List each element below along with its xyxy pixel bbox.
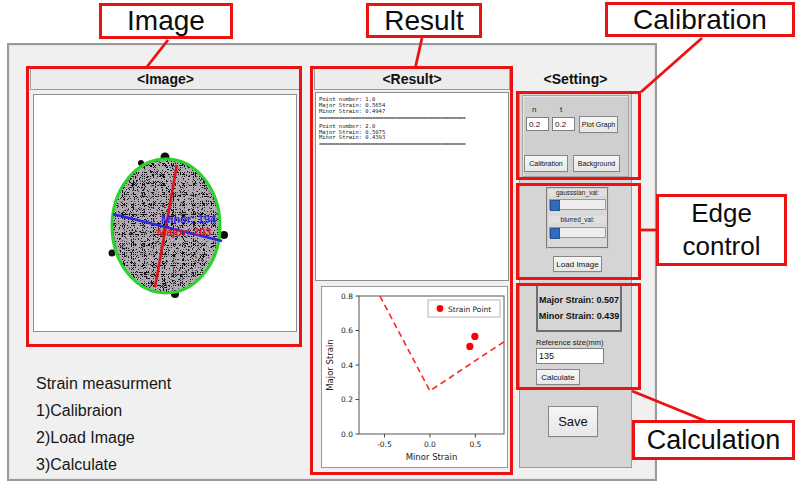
svg-text:0.5: 0.5 (469, 440, 481, 449)
svg-text:0.4: 0.4 (341, 361, 353, 370)
instruction-line: 1)Calibraion (36, 397, 266, 424)
result-entry: Point number: 2.0 Major Strain: 0.5075 M… (319, 124, 505, 149)
calibration-callout-label: Calibration (605, 2, 795, 37)
strain-plot-svg: -0.50.00.50.00.20.40.60.8Strain PointMin… (322, 287, 507, 467)
blurred-slider[interactable] (549, 227, 606, 238)
load-image-button[interactable]: Load Image (553, 256, 602, 272)
major-strain-value: Major Strain: 0.507 (539, 295, 619, 305)
svg-text:0.0: 0.0 (424, 440, 436, 449)
result-callout-label: Result (366, 3, 482, 38)
reference-size-input[interactable] (536, 348, 604, 364)
n-label: n (532, 105, 536, 114)
major-axis-label: Major: 203 (157, 226, 211, 238)
strain-plot: -0.50.00.50.00.20.40.60.8Strain PointMin… (321, 286, 508, 468)
setting-section-header: <Setting> (519, 68, 632, 90)
instruction-line: 3)Calculate (36, 451, 266, 478)
edge-control-callout-label: Edge control (656, 194, 787, 266)
minor-strain-value: Minor Strain: 0.439 (539, 311, 620, 321)
svg-text:0.6: 0.6 (341, 326, 353, 335)
result-entry: Point number: 1.0 Major Strain: 0.5654 M… (319, 97, 505, 122)
screenshot-root: <Image> Minor: 194 Majo (0, 0, 800, 488)
image-section-header: <Image> (30, 68, 301, 90)
minor-axis-label: Minor: 194 (161, 213, 217, 225)
image-callout-label: Image (99, 3, 233, 39)
svg-text:0.8: 0.8 (341, 292, 353, 301)
instruction-line: 2)Load Image (36, 424, 266, 451)
svg-text:0.2: 0.2 (341, 395, 353, 404)
blurred-value-label: blurred_val: (549, 216, 606, 223)
gaussian-slider[interactable] (549, 199, 606, 210)
svg-text:Strain Point: Strain Point (448, 305, 491, 314)
n-input[interactable] (526, 117, 549, 131)
blurred-slider-handle[interactable] (550, 228, 560, 239)
background-button[interactable]: Background (573, 155, 620, 172)
svg-text:0.0: 0.0 (341, 430, 353, 439)
reference-size-label: Reference size(mm) (536, 338, 604, 347)
instructions-text: Strain measurment 1)Calibraion 2)Load Im… (36, 370, 266, 478)
result-separator: ========================================… (319, 116, 505, 122)
t-label: t (560, 105, 562, 114)
calibration-button[interactable]: Calibration (524, 155, 568, 172)
strain-result-box: Major Strain: 0.507 Minor Strain: 0.439 (536, 284, 622, 332)
result-text-area[interactable]: Point number: 1.0 Major Strain: 0.5654 M… (315, 92, 509, 281)
plot-graph-button[interactable]: Plot Graph (579, 116, 618, 133)
calculation-callout-label: Calculation (632, 420, 795, 460)
result-line: Minor Strain: 0.4947 (319, 109, 505, 115)
svg-text:Minor Strain: Minor Strain (406, 452, 458, 462)
svg-text:Major Strain: Major Strain (325, 339, 335, 390)
result-section-header: <Result> (314, 68, 510, 90)
specimen-image: Minor: 194 Major: 203 (34, 95, 296, 331)
calculate-button[interactable]: Calculate (536, 369, 580, 385)
result-separator: ========================================… (319, 142, 505, 148)
instruction-line: Strain measurment (36, 370, 266, 397)
gaussian-value-label: gausssian_val: (549, 189, 606, 196)
image-canvas[interactable]: Minor: 194 Major: 203 (33, 94, 297, 332)
t-input[interactable] (552, 117, 575, 131)
svg-text:-0.5: -0.5 (377, 440, 392, 449)
save-button[interactable]: Save (548, 406, 598, 437)
gaussian-slider-handle[interactable] (550, 200, 560, 211)
